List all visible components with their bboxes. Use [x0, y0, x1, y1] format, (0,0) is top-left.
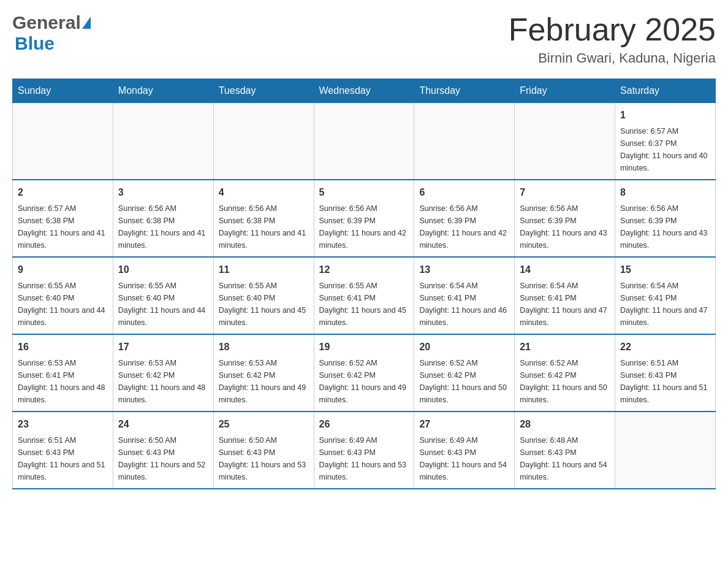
calendar-cell: 3Sunrise: 6:56 AM Sunset: 6:38 PM Daylig…: [113, 180, 213, 257]
calendar-week-row: 9Sunrise: 6:55 AM Sunset: 6:40 PM Daylig…: [13, 257, 716, 334]
day-number: 6: [419, 185, 509, 200]
calendar-cell: 2Sunrise: 6:57 AM Sunset: 6:38 PM Daylig…: [13, 180, 113, 257]
calendar-header-wednesday: Wednesday: [314, 79, 414, 103]
calendar-cell: [13, 103, 113, 180]
day-number: 3: [118, 185, 208, 200]
day-number: 15: [620, 262, 710, 277]
calendar-header-tuesday: Tuesday: [213, 79, 314, 103]
calendar-week-row: 2Sunrise: 6:57 AM Sunset: 6:38 PM Daylig…: [13, 180, 716, 257]
day-number: 17: [118, 340, 208, 354]
calendar-cell: 12Sunrise: 6:55 AM Sunset: 6:41 PM Dayli…: [314, 257, 414, 334]
calendar-header-row: SundayMondayTuesdayWednesdayThursdayFrid…: [13, 79, 716, 103]
day-info: Sunrise: 6:54 AM Sunset: 6:41 PM Dayligh…: [419, 280, 509, 329]
day-info: Sunrise: 6:56 AM Sunset: 6:39 PM Dayligh…: [620, 202, 710, 251]
day-info: Sunrise: 6:55 AM Sunset: 6:41 PM Dayligh…: [319, 280, 409, 329]
calendar-cell: 10Sunrise: 6:55 AM Sunset: 6:40 PM Dayli…: [113, 257, 213, 334]
calendar-cell: 28Sunrise: 6:48 AM Sunset: 6:43 PM Dayli…: [515, 412, 615, 489]
day-number: 28: [520, 417, 610, 432]
calendar-header-monday: Monday: [113, 79, 213, 103]
day-number: 18: [219, 340, 309, 354]
day-info: Sunrise: 6:54 AM Sunset: 6:41 PM Dayligh…: [520, 280, 610, 329]
calendar-cell: 25Sunrise: 6:50 AM Sunset: 6:43 PM Dayli…: [213, 412, 314, 489]
day-number: 16: [18, 340, 108, 354]
day-number: 21: [520, 340, 610, 354]
day-number: 26: [319, 417, 409, 432]
day-number: 20: [419, 340, 509, 354]
day-number: 4: [219, 185, 309, 200]
day-number: 11: [219, 262, 309, 277]
day-number: 13: [419, 262, 509, 277]
day-number: 12: [319, 262, 409, 277]
day-number: 22: [620, 340, 710, 354]
calendar-week-row: 1Sunrise: 6:57 AM Sunset: 6:37 PM Daylig…: [13, 103, 716, 180]
day-number: 7: [520, 185, 610, 200]
day-info: Sunrise: 6:52 AM Sunset: 6:42 PM Dayligh…: [319, 357, 409, 406]
day-number: 1: [620, 108, 710, 123]
calendar-cell: 13Sunrise: 6:54 AM Sunset: 6:41 PM Dayli…: [414, 257, 515, 334]
calendar-cell: 7Sunrise: 6:56 AM Sunset: 6:39 PM Daylig…: [515, 180, 615, 257]
day-info: Sunrise: 6:48 AM Sunset: 6:43 PM Dayligh…: [520, 434, 610, 483]
calendar-cell: 27Sunrise: 6:49 AM Sunset: 6:43 PM Dayli…: [414, 412, 515, 489]
day-info: Sunrise: 6:56 AM Sunset: 6:39 PM Dayligh…: [319, 202, 409, 251]
day-info: Sunrise: 6:57 AM Sunset: 6:37 PM Dayligh…: [620, 125, 710, 174]
day-number: 9: [18, 262, 108, 277]
calendar-cell: [113, 103, 213, 180]
calendar-cell: [314, 103, 414, 180]
day-info: Sunrise: 6:53 AM Sunset: 6:41 PM Dayligh…: [18, 357, 108, 406]
title-section: February 2025 Birnin Gwari, Kaduna, Nige…: [509, 12, 716, 66]
calendar-cell: 8Sunrise: 6:56 AM Sunset: 6:39 PM Daylig…: [615, 180, 716, 257]
calendar-cell: 22Sunrise: 6:51 AM Sunset: 6:43 PM Dayli…: [615, 334, 716, 412]
day-info: Sunrise: 6:55 AM Sunset: 6:40 PM Dayligh…: [118, 280, 208, 329]
calendar-cell: [615, 412, 716, 489]
day-info: Sunrise: 6:52 AM Sunset: 6:42 PM Dayligh…: [419, 357, 509, 406]
location-title: Birnin Gwari, Kaduna, Nigeria: [509, 50, 716, 66]
day-info: Sunrise: 6:56 AM Sunset: 6:39 PM Dayligh…: [419, 202, 509, 251]
logo-arrow-icon: [82, 17, 91, 29]
day-info: Sunrise: 6:53 AM Sunset: 6:42 PM Dayligh…: [219, 357, 309, 406]
day-info: Sunrise: 6:50 AM Sunset: 6:43 PM Dayligh…: [219, 434, 309, 483]
calendar-cell: 23Sunrise: 6:51 AM Sunset: 6:43 PM Dayli…: [13, 412, 113, 489]
calendar-cell: 14Sunrise: 6:54 AM Sunset: 6:41 PM Dayli…: [515, 257, 615, 334]
day-info: Sunrise: 6:55 AM Sunset: 6:40 PM Dayligh…: [219, 280, 309, 329]
day-number: 24: [118, 417, 208, 432]
day-info: Sunrise: 6:49 AM Sunset: 6:43 PM Dayligh…: [319, 434, 409, 483]
calendar-cell: 26Sunrise: 6:49 AM Sunset: 6:43 PM Dayli…: [314, 412, 414, 489]
calendar-cell: 20Sunrise: 6:52 AM Sunset: 6:42 PM Dayli…: [414, 334, 515, 412]
calendar-cell: 24Sunrise: 6:50 AM Sunset: 6:43 PM Dayli…: [113, 412, 213, 489]
calendar-cell: [515, 103, 615, 180]
day-info: Sunrise: 6:52 AM Sunset: 6:42 PM Dayligh…: [520, 357, 610, 406]
calendar-cell: [213, 103, 314, 180]
calendar-week-row: 16Sunrise: 6:53 AM Sunset: 6:41 PM Dayli…: [13, 334, 716, 412]
logo-general-text: General: [12, 12, 81, 33]
calendar-cell: 5Sunrise: 6:56 AM Sunset: 6:39 PM Daylig…: [314, 180, 414, 257]
calendar-cell: 4Sunrise: 6:56 AM Sunset: 6:38 PM Daylig…: [213, 180, 314, 257]
calendar-cell: 16Sunrise: 6:53 AM Sunset: 6:41 PM Dayli…: [13, 334, 113, 412]
calendar-header-friday: Friday: [515, 79, 615, 103]
calendar-week-row: 23Sunrise: 6:51 AM Sunset: 6:43 PM Dayli…: [13, 412, 716, 489]
calendar-table: SundayMondayTuesdayWednesdayThursdayFrid…: [12, 79, 716, 489]
day-number: 19: [319, 340, 409, 354]
page-header: General Blue February 2025 Birnin Gwari,…: [12, 12, 716, 66]
day-info: Sunrise: 6:56 AM Sunset: 6:38 PM Dayligh…: [118, 202, 208, 251]
day-number: 10: [118, 262, 208, 277]
day-number: 5: [319, 185, 409, 200]
calendar-cell: 21Sunrise: 6:52 AM Sunset: 6:42 PM Dayli…: [515, 334, 615, 412]
day-info: Sunrise: 6:55 AM Sunset: 6:40 PM Dayligh…: [18, 280, 108, 329]
calendar-cell: 6Sunrise: 6:56 AM Sunset: 6:39 PM Daylig…: [414, 180, 515, 257]
calendar-cell: 15Sunrise: 6:54 AM Sunset: 6:41 PM Dayli…: [615, 257, 716, 334]
day-info: Sunrise: 6:51 AM Sunset: 6:43 PM Dayligh…: [620, 357, 710, 406]
day-info: Sunrise: 6:56 AM Sunset: 6:39 PM Dayligh…: [520, 202, 610, 251]
day-number: 14: [520, 262, 610, 277]
day-info: Sunrise: 6:57 AM Sunset: 6:38 PM Dayligh…: [18, 202, 108, 251]
day-number: 25: [219, 417, 309, 432]
calendar-header-thursday: Thursday: [414, 79, 515, 103]
day-number: 23: [18, 417, 108, 432]
calendar-cell: 18Sunrise: 6:53 AM Sunset: 6:42 PM Dayli…: [213, 334, 314, 412]
calendar-header-sunday: Sunday: [13, 79, 113, 103]
logo: General Blue: [12, 12, 92, 54]
day-info: Sunrise: 6:56 AM Sunset: 6:38 PM Dayligh…: [219, 202, 309, 251]
calendar-cell: 19Sunrise: 6:52 AM Sunset: 6:42 PM Dayli…: [314, 334, 414, 412]
logo-blue-text: Blue: [15, 33, 55, 53]
day-number: 8: [620, 185, 710, 200]
day-info: Sunrise: 6:50 AM Sunset: 6:43 PM Dayligh…: [118, 434, 208, 483]
